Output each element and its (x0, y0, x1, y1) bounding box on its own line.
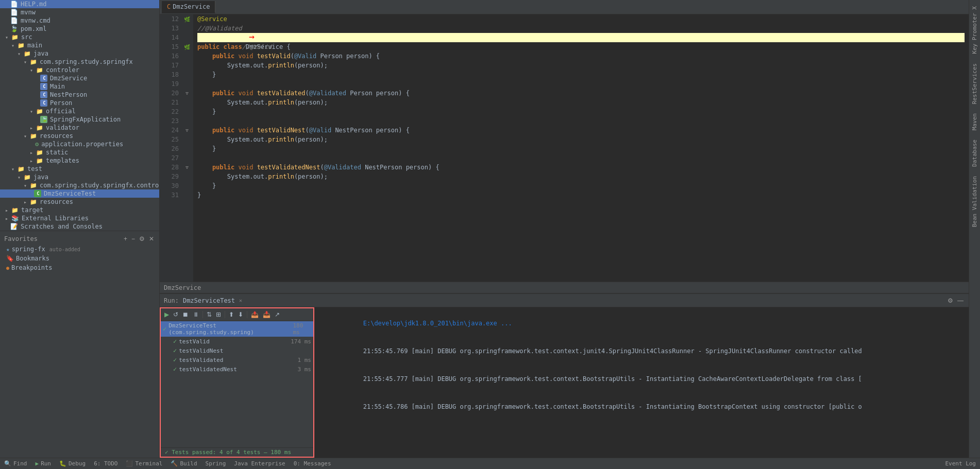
code-line-17: System.out.println(person); (197, 61, 965, 70)
tree-item-pkg[interactable]: 📁 com.spring.study.springfx (0, 58, 159, 66)
tree-item-nestperson[interactable]: C NestPerson (0, 91, 159, 99)
tree-item-validator[interactable]: 📁 validator (0, 124, 159, 132)
export-btn[interactable]: 📤 (249, 310, 260, 319)
status-java-enterprise[interactable]: Java Enterprise (234, 460, 285, 467)
code-line-19 (197, 79, 965, 89)
test-item-testvalidatednest[interactable]: ✓ testValidatedNest 3 ms (161, 364, 313, 374)
code-line-24: public void testValidNest(@Valid NestPer… (197, 126, 965, 135)
right-tab-rest-services[interactable]: RestServices (970, 59, 979, 108)
tree-item-templates[interactable]: 📁 templates (0, 157, 159, 165)
right-tab-maven[interactable]: Maven (970, 109, 979, 134)
next-fail-btn[interactable]: ⬇ (236, 310, 245, 319)
right-tab-key-promoter[interactable]: Key Promoter X (970, 2, 979, 58)
tree-item-person[interactable]: C Person (0, 99, 159, 107)
tree-item-mvnw[interactable]: 📄 mvnw (0, 8, 159, 16)
gutter-line-30 (183, 181, 191, 190)
tree-item-test-resources[interactable]: 📁 resources (0, 198, 159, 206)
status-messages[interactable]: 0: Messages (294, 460, 331, 467)
gutter-line-18 (183, 70, 191, 79)
tree-item-springfx-app[interactable]: 🍃 SpringFxApplication (0, 115, 159, 124)
pause-btn[interactable]: ⏸ (191, 310, 200, 319)
right-tab-database[interactable]: Database (970, 135, 979, 171)
status-spring[interactable]: Spring (206, 460, 226, 467)
favorites-minus-btn[interactable]: − (130, 234, 136, 244)
code-line-16: public void testValid(@Valid Person pers… (197, 51, 965, 61)
code-line-31: } (197, 190, 965, 200)
tree-item-app-props[interactable]: ⚙ application.properties (0, 140, 159, 148)
tree-item-test-pkg[interactable]: 📁 com.spring.study.springfx.controler (0, 181, 159, 189)
run-tab-close[interactable]: ✕ (239, 298, 242, 303)
tree-item-test-java[interactable]: 📁 java (0, 173, 159, 181)
favorites-add-btn[interactable]: + (123, 234, 128, 244)
test-item-suite[interactable]: ✓ DmzServiceTest (com.spring.study.sprin… (161, 321, 313, 337)
favorites-item-breakpoints[interactable]: ● Breakpoints (2, 263, 157, 272)
gutter-line-15: 🌿 (183, 42, 191, 51)
check-icon-3: ✓ (173, 356, 177, 363)
arrow-indicator: ← (249, 32, 255, 41)
rerun-btn[interactable]: ↺ (172, 310, 180, 319)
test-item-testvalidated[interactable]: ✓ testValidated 1 ms (161, 355, 313, 364)
tree-item-main-class[interactable]: C Main (0, 82, 159, 91)
tree-item-ext-libs[interactable]: 📚 External Libraries (0, 214, 159, 222)
gutter-line-24: ▽ (183, 126, 191, 135)
gutter-line-16 (183, 51, 191, 61)
editor-gutter: 🌿 🌿 ▽ ▽ ▽ (183, 14, 193, 282)
tree-item-dmzservice[interactable]: C DmzService (0, 74, 159, 82)
divider-3 (247, 311, 247, 318)
test-tree: ✓ DmzServiceTest (com.spring.study.sprin… (161, 321, 313, 447)
tree-item-official[interactable]: 📁 official (0, 107, 159, 115)
code-line-25: System.out.println(person); (197, 135, 965, 144)
tree-item-static[interactable]: 📁 static (0, 148, 159, 157)
favorites-item-bookmarks[interactable]: 🔖 Bookmarks (2, 254, 157, 263)
tree-item-dmzservicetest[interactable]: C DmzServiceTest (0, 189, 159, 198)
right-sidebar: Key Promoter X RestServices Maven Databa… (969, 0, 980, 458)
tree-item-resources[interactable]: 📁 resources (0, 132, 159, 140)
tree-item-src[interactable]: 📁 src (0, 33, 159, 41)
stop-btn[interactable]: ⏹ (181, 310, 190, 319)
sort-btn[interactable]: ⇅ (205, 310, 213, 319)
right-tab-bean-validation[interactable]: Bean Validation (970, 172, 979, 231)
tree-item-java[interactable]: 📁 java (0, 49, 159, 58)
check-icon-4: ✓ (173, 366, 177, 373)
favorites-item-spring-fx[interactable]: ★ spring-fx auto-added (2, 245, 157, 254)
code-line-12: @Service (197, 14, 965, 24)
status-find[interactable]: 🔍 Find (4, 460, 27, 467)
tree-item-pom[interactable]: 🍃 pom.xml (0, 25, 159, 33)
filter-btn[interactable]: ⬆ (227, 310, 235, 319)
console-line-3: 21:55:45.777 [main] DEBUG org.springfram… (318, 365, 965, 393)
breakpoint-icon: ● (6, 265, 9, 271)
status-terminal[interactable]: ⬛ Terminal (126, 460, 162, 467)
code-line-22: } (197, 107, 965, 116)
settings-btn[interactable]: ⚙ (947, 296, 954, 305)
console-output[interactable]: E:\develop\jdk1.8.0_201\bin\java.exe ...… (314, 307, 969, 458)
tree-item-mvnw-cmd[interactable]: 📄 mvnw.cmd (0, 16, 159, 25)
status-build[interactable]: 🔨 Build (171, 460, 197, 467)
import-btn[interactable]: 📥 (261, 310, 272, 319)
tree-item-target[interactable]: 📁 target (0, 206, 159, 214)
gutter-line-31 (183, 190, 191, 200)
favorites-settings-btn[interactable]: ⚙ (138, 234, 146, 244)
tree-item-help[interactable]: 📄 HELP.md (0, 0, 159, 8)
status-todo[interactable]: 6: TODO (94, 460, 117, 467)
tree-item-test[interactable]: 📁 test (0, 165, 159, 173)
run-tests-btn[interactable]: ▶ (163, 310, 171, 319)
editor-tab-dmzservice[interactable]: C DmzService (162, 1, 215, 13)
tree-item-main[interactable]: 📁 main (0, 41, 159, 49)
tree-item-scratches[interactable]: 📝 Scratches and Consoles (0, 222, 159, 231)
panel-hide-btn[interactable]: — (956, 296, 965, 305)
favorites-close-btn[interactable]: ✕ (148, 234, 155, 244)
test-item-testvalidnest[interactable]: ✓ testValidNest (161, 346, 313, 355)
code-line-27 (197, 153, 965, 163)
status-event-log[interactable]: Event Log (945, 460, 976, 467)
check-icon-2: ✓ (173, 347, 177, 354)
bookmark-icon: 🔖 (6, 255, 14, 262)
code-content[interactable]: @Service //@Validated //@Valid ← public … (193, 14, 969, 282)
expand-btn[interactable]: ⊞ (214, 310, 223, 319)
status-run[interactable]: ▶ Run (36, 460, 52, 467)
test-item-testvalid[interactable]: ✓ testValid 174 ms (161, 337, 313, 346)
code-line-20: public void testValidated(@Validated Per… (197, 89, 965, 98)
code-line-14: //@Valid ← (197, 33, 965, 42)
open-btn[interactable]: ↗ (273, 310, 281, 319)
status-debug[interactable]: 🐛 Debug (59, 460, 86, 467)
tree-item-controler[interactable]: 📁 controler (0, 66, 159, 74)
